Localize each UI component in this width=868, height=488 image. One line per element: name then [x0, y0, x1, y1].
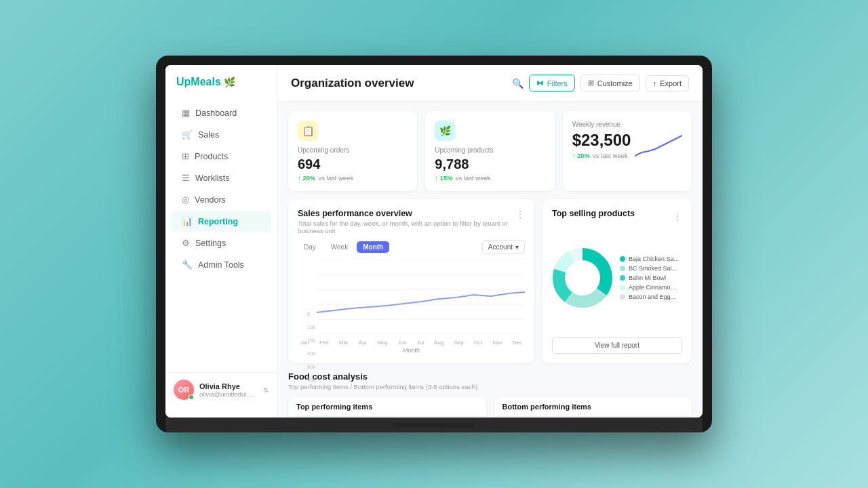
- avatar-status: [189, 394, 194, 400]
- bottom-table-title: Bottom performing items: [502, 403, 591, 411]
- line-chart-svg: [317, 260, 525, 334]
- sidebar-item-vendors[interactable]: ◎ Vendors: [171, 189, 271, 210]
- sidebar-item-reporting[interactable]: 📊 Reporting: [171, 211, 271, 232]
- page-title: Organization overview: [291, 77, 414, 90]
- user-name: Olivia Rhye: [199, 382, 258, 390]
- export-icon: ↑: [653, 79, 657, 87]
- bottom-table-header: Item Date: [494, 417, 692, 418]
- sidebar-item-worklists[interactable]: ☰ Worklists: [171, 167, 271, 188]
- legend-dot-3: [620, 275, 625, 281]
- donut-chart-menu-icon[interactable]: ⋮: [673, 211, 682, 222]
- account-select[interactable]: Account ▾: [482, 240, 525, 254]
- dashboard-icon: ▦: [182, 108, 190, 118]
- revenue-change-pct: ↑ 20%: [572, 152, 590, 159]
- products-label: Upcoming products: [435, 146, 545, 154]
- user-profile[interactable]: OR Olivia Rhye olivia@untitledui.com ⇅: [165, 372, 277, 407]
- tab-day[interactable]: Day: [298, 241, 322, 253]
- search-button[interactable]: 🔍: [512, 78, 524, 89]
- food-cost-section: Food cost analysis Top performing items …: [277, 363, 703, 418]
- sidebar-item-products[interactable]: ⊞ Products: [171, 146, 271, 167]
- sidebar-item-label: Vendors: [195, 195, 226, 205]
- orders-icon: 📋: [302, 125, 314, 136]
- stat-card-products: 🌿 Upcoming products 9,788 ↑ 15% vs last …: [425, 111, 554, 191]
- sidebar-item-label: Admin Tools: [198, 260, 244, 270]
- sales-chart-menu-icon[interactable]: ⋮: [515, 209, 525, 220]
- logo-leaf-icon: 🌿: [224, 77, 235, 87]
- orders-label: Upcoming orders: [298, 146, 408, 154]
- donut-title: Top selling products: [552, 209, 635, 218]
- svg-point-12: [566, 262, 599, 294]
- export-button[interactable]: ↑ Export: [646, 75, 689, 92]
- view-full-report-button[interactable]: View full report: [552, 337, 682, 354]
- revenue-sparkline: [635, 132, 682, 159]
- legend-item-1: Baja Chicken Sa...: [620, 256, 679, 262]
- sidebar-item-label: Dashboard: [195, 108, 237, 118]
- user-info: Olivia Rhye olivia@untitledui.com: [199, 382, 258, 398]
- stat-card-revenue: Weekly revenue $23,500 ↑ 20% vs last wee…: [563, 111, 692, 191]
- customize-button[interactable]: ⊞ Customize: [580, 75, 640, 92]
- chart-wrapper: 80k 60k 40k 20k 10k 0: [298, 260, 525, 337]
- legend-item-2: BC Smoked Sal...: [620, 265, 679, 272]
- revenue-value: $23,500: [572, 131, 631, 150]
- sidebar-item-label: Reporting: [198, 217, 238, 226]
- stats-row: 📋 Upcoming orders 694 ↑ 20% vs last week…: [277, 102, 703, 191]
- legend-item-4: Apple Cinnamo...: [620, 284, 679, 291]
- chart-tabs: Day Week Month Account ▾: [298, 240, 525, 254]
- food-cost-subtitle: Top performing items / Bottom performing…: [288, 383, 692, 390]
- donut-legend: Baja Chicken Sa... BC Smoked Sal... Bahn…: [620, 256, 679, 300]
- products-icon-wrap: 🌿: [435, 121, 455, 141]
- products-change: ↑ 15% vs last week: [435, 174, 545, 182]
- page-header: Organization overview 🔍 ⧓ Filters ⊞ Cust…: [277, 65, 703, 102]
- donut-svg: [552, 247, 613, 308]
- charts-row: Sales performance overview Total sales f…: [277, 191, 703, 363]
- sales-icon: 🛒: [182, 129, 193, 140]
- logo: UpMeals 🌿: [165, 76, 277, 102]
- sales-chart-card: Sales performance overview Total sales f…: [288, 199, 534, 363]
- settings-icon: ⚙: [182, 238, 190, 248]
- sales-chart-header: Sales performance overview Total sales f…: [298, 209, 525, 235]
- tab-week[interactable]: Week: [325, 241, 354, 253]
- food-cost-title: Food cost analysis: [288, 371, 692, 382]
- legend-dot-4: [620, 285, 625, 290]
- orders-icon-wrap: 📋: [298, 121, 318, 141]
- logo-text: UpMeals: [176, 76, 221, 88]
- sidebar-item-label: Sales: [198, 130, 219, 140]
- filters-button[interactable]: ⧓ Filters: [529, 75, 575, 92]
- reporting-icon: 📊: [182, 216, 193, 226]
- chevron-up-down-icon: ⇅: [263, 386, 269, 394]
- food-cost-tables: Top performing items Item Cost Baja Chic…: [288, 397, 692, 418]
- sidebar-item-label: Settings: [195, 239, 226, 248]
- tab-month[interactable]: Month: [357, 241, 389, 253]
- leaf-icon: 🌿: [439, 125, 451, 136]
- stat-card-orders: 📋 Upcoming orders 694 ↑ 20% vs last week: [288, 111, 417, 191]
- top-performing-table: Top performing items Item Cost Baja Chic…: [288, 397, 486, 418]
- user-email: olivia@untitledui.com: [199, 390, 258, 398]
- nav-menu: ▦ Dashboard 🛒 Sales ⊞ Products ☰ Worklis…: [165, 102, 277, 276]
- filter-icon: ⧓: [536, 79, 544, 87]
- y-axis: 80k 60k 40k 20k 10k 0: [307, 310, 315, 384]
- revenue-label: Weekly revenue: [572, 121, 682, 128]
- legend-item-3: Bahn Mi Bowl: [620, 274, 679, 281]
- avatar: OR: [174, 380, 194, 400]
- sidebar-item-dashboard[interactable]: ▦ Dashboard: [171, 102, 271, 123]
- sidebar-item-settings[interactable]: ⚙ Settings: [171, 232, 271, 253]
- sidebar-item-label: Products: [195, 152, 228, 161]
- orders-change: ↑ 20% vs last week: [298, 174, 408, 182]
- month-axis-label: Month: [298, 347, 525, 354]
- chart-months: Jan Feb Mar Apr May Jun Jul Aug Sep Oct …: [298, 340, 525, 346]
- top-table-title: Top performing items: [296, 403, 372, 411]
- products-value: 9,788: [435, 157, 545, 172]
- donut-content: Baja Chicken Sa... BC Smoked Sal... Bahn…: [552, 225, 682, 330]
- customize-icon: ⊞: [588, 79, 594, 87]
- legend-item-5: Bacon and Egg...: [620, 293, 679, 300]
- sidebar-item-admin-tools[interactable]: 🔧 Admin Tools: [171, 254, 271, 275]
- legend-dot-2: [620, 266, 625, 271]
- orders-change-pct: ↑ 20%: [298, 174, 315, 182]
- sidebar-item-sales[interactable]: 🛒 Sales: [171, 124, 271, 145]
- products-icon: ⊞: [182, 151, 189, 161]
- orders-value: 694: [298, 157, 408, 172]
- main-content: Organization overview 🔍 ⧓ Filters ⊞ Cust…: [277, 65, 703, 418]
- chevron-down-icon: ▾: [515, 243, 519, 251]
- revenue-change: ↑ 20% vs last week: [572, 152, 631, 159]
- admin-icon: 🔧: [182, 260, 193, 270]
